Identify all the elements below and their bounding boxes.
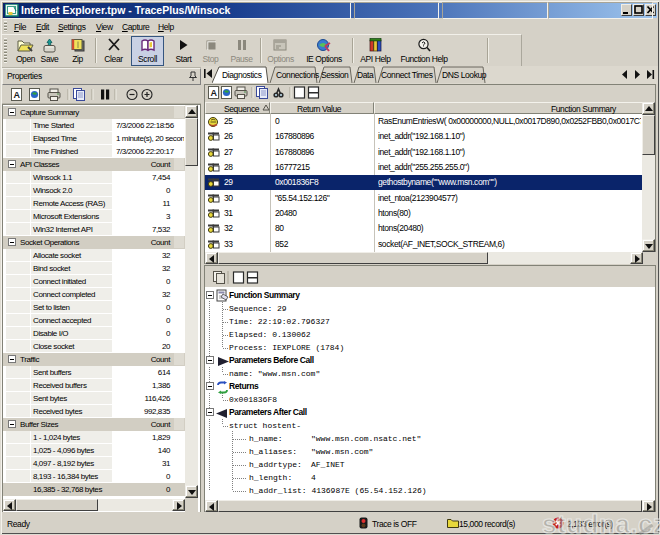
svg-text:A: A: [13, 90, 20, 100]
svg-text:DNS Lookup: DNS Lookup: [442, 70, 487, 80]
svg-text:A: A: [210, 88, 217, 98]
svg-text:Session: Session: [321, 70, 349, 80]
svg-text:Data: Data: [357, 70, 374, 80]
svg-text:Connect Times: Connect Times: [381, 70, 433, 80]
svg-text:Diagnostics: Diagnostics: [222, 70, 262, 80]
svg-text:Connections: Connections: [276, 70, 319, 80]
